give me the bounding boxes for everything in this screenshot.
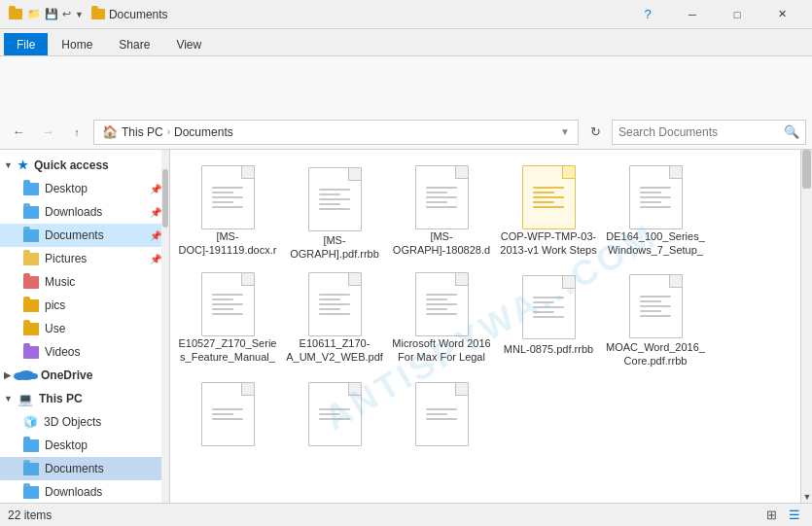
this-pc-label: This PC <box>39 392 83 405</box>
address-dropdown-icon[interactable]: ▼ <box>560 126 570 137</box>
sidebar-label-pics: pics <box>45 298 65 312</box>
file-line <box>319 408 350 410</box>
help-button[interactable]: ? <box>625 0 670 29</box>
list-item[interactable]: [MS-OGRAPH].pdf.rrbb <box>281 158 388 264</box>
doc-page <box>308 167 362 231</box>
doc-page <box>415 382 469 446</box>
doc-page <box>629 274 683 338</box>
sidebar-item-pictures[interactable]: Pictures 📌 <box>0 247 169 270</box>
doc-page <box>201 165 255 229</box>
file-line <box>640 192 661 193</box>
undo-icon[interactable]: ↩ <box>62 8 71 20</box>
documents-pc-folder-icon <box>23 463 39 475</box>
search-input[interactable] <box>618 125 780 139</box>
file-name: [MS-DOC]-191119.docx.rrbb <box>178 229 277 261</box>
address-bar: ← → ↑ 🏠 This PC › Documents ▼ ↻ 🔍 <box>0 115 812 150</box>
refresh-button[interactable]: ↻ <box>583 120 608 145</box>
downloads-folder-icon <box>23 206 39 219</box>
sidebar-item-pics[interactable]: pics <box>0 294 169 317</box>
list-item[interactable] <box>281 371 388 478</box>
list-item[interactable] <box>174 371 281 478</box>
desktop-folder-icon <box>23 183 39 195</box>
sidebar-quick-access[interactable]: ▼ ★ Quick access <box>0 154 169 177</box>
file-line <box>212 294 243 296</box>
sidebar-label-videos: Videos <box>45 345 80 359</box>
save-icon[interactable]: 💾 <box>45 8 58 20</box>
sidebar-label-downloads: Downloads <box>45 205 102 219</box>
sidebar-onedrive[interactable]: ▶ OneDrive <box>0 364 169 387</box>
sidebar-item-music[interactable]: Music <box>0 270 169 294</box>
pics-folder-icon <box>23 299 39 312</box>
file-name: E10611_Z170-A_UM_V2_WEB.pdf.rrbb <box>285 336 384 368</box>
customize-icon[interactable]: ▼ <box>75 10 84 19</box>
file-line <box>426 206 457 208</box>
list-item[interactable]: E10527_Z170_Series_Feature_Manual_UM_WEB… <box>174 264 281 371</box>
up-button[interactable]: ↑ <box>64 120 89 145</box>
file-lines <box>210 292 245 317</box>
music-folder-icon <box>23 276 39 289</box>
file-lines <box>210 185 245 210</box>
sidebar-item-documents-pc[interactable]: Documents <box>0 457 169 480</box>
file-line <box>640 196 671 198</box>
list-item[interactable]: [MS-OGRAPH]-180828.docx.rrbb <box>388 158 495 264</box>
file-line <box>533 192 554 193</box>
list-item[interactable] <box>388 371 495 478</box>
sidebar-item-desktop-pc[interactable]: Desktop <box>0 434 169 457</box>
list-item[interactable]: MOAC_Word_2016_Core.pdf.rrbb <box>602 264 709 371</box>
sidebar-label-music: Music <box>45 275 75 289</box>
address-input[interactable]: 🏠 This PC › Documents ▼ <box>93 120 579 145</box>
breadcrumb-thispc[interactable]: This PC <box>122 125 163 139</box>
computer-icon: 💻 <box>18 392 33 406</box>
tab-share[interactable]: Share <box>106 33 162 55</box>
quick-access-icon[interactable]: 📁 <box>27 8 41 20</box>
breadcrumb-documents[interactable]: Documents <box>174 125 233 139</box>
file-line <box>212 408 243 410</box>
list-item[interactable]: COP-WFP-TMP-03-2013-v1 Work Steps Report… <box>495 158 602 264</box>
sidebar-item-downloads-pc[interactable]: Downloads <box>0 480 169 503</box>
list-item[interactable]: E10611_Z170-A_UM_V2_WEB.pdf.rrbb <box>281 264 388 371</box>
doc-page <box>201 382 255 446</box>
file-line <box>640 315 671 317</box>
file-line <box>319 413 340 415</box>
list-item[interactable]: MNL-0875.pdf.rrbb <box>495 264 602 371</box>
title-bar-system-icons: 📁 💾 ↩ ▼ <box>8 7 84 22</box>
pictures-folder-icon <box>23 253 39 265</box>
close-button[interactable]: ✕ <box>759 0 804 29</box>
minimize-button[interactable]: ─ <box>670 0 715 29</box>
file-list: [MS-DOC]-191119.docx.rrbb [MS-OGRAPH <box>170 150 812 503</box>
sidebar-label-3dobjects: 3D Objects <box>44 415 101 429</box>
use-folder-icon <box>23 323 39 335</box>
file-lines <box>638 294 673 319</box>
maximize-button[interactable]: □ <box>715 0 759 29</box>
downloads-pc-folder-icon <box>23 486 39 499</box>
back-button[interactable]: ← <box>6 120 31 145</box>
tab-file[interactable]: File <box>4 33 48 55</box>
sidebar-item-use[interactable]: Use <box>0 317 169 340</box>
list-item[interactable]: [MS-DOC]-191119.docx.rrbb <box>174 158 281 264</box>
sidebar-item-3dobjects[interactable]: 🧊 3D Objects <box>0 410 169 434</box>
scrollbar-down-button[interactable]: ▼ <box>801 491 812 503</box>
file-line <box>212 206 243 208</box>
sidebar-scrollbar-thumb[interactable] <box>162 169 168 228</box>
ribbon-content <box>0 56 812 115</box>
list-view-button[interactable]: ☰ <box>785 506 804 525</box>
sidebar-item-videos[interactable]: Videos <box>0 340 169 364</box>
grid-view-button[interactable]: ⊞ <box>761 506 781 525</box>
sidebar-this-pc[interactable]: ▼ 💻 This PC <box>0 387 169 410</box>
item-count: 22 items <box>8 508 52 522</box>
scrollbar-thumb[interactable] <box>802 150 811 189</box>
forward-button[interactable]: → <box>35 120 60 145</box>
doc-page <box>522 275 576 339</box>
sidebar-label-desktop-pc: Desktop <box>45 438 88 452</box>
search-box[interactable]: 🔍 <box>612 120 806 145</box>
sidebar-item-documents[interactable]: Documents 📌 <box>0 224 169 247</box>
search-icon[interactable]: 🔍 <box>784 124 799 139</box>
file-line <box>533 187 564 189</box>
sidebar-item-desktop[interactable]: Desktop 📌 <box>0 177 169 200</box>
list-item[interactable]: Microsoft Word 2016 For Max For Legal Pr… <box>388 264 495 371</box>
file-icon <box>303 379 367 449</box>
sidebar-item-downloads[interactable]: Downloads 📌 <box>0 200 169 224</box>
tab-view[interactable]: View <box>163 33 214 55</box>
list-item[interactable]: DE164_100_Series_Windows_7_Setup_Guide_p… <box>602 158 709 264</box>
tab-home[interactable]: Home <box>49 33 105 55</box>
